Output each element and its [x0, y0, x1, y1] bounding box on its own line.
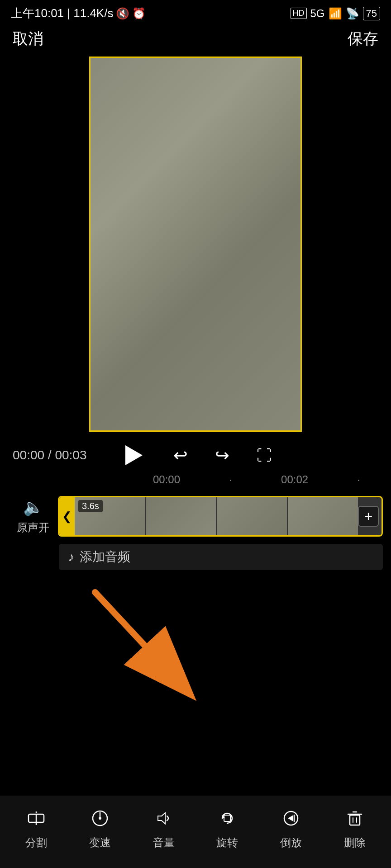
svg-marker-12 — [288, 815, 293, 821]
add-audio-row[interactable]: ♪ 添加音频 — [59, 544, 383, 570]
undo-button[interactable]: ↩ — [173, 445, 188, 465]
status-bar: 上午10:01 | 11.4K/s 🔇 ⏰ HD 5G 📶 📡 75 — [0, 0, 391, 25]
signal-icon: 📶 — [329, 7, 342, 20]
split-icon — [27, 809, 46, 831]
battery-indicator: 75 — [363, 7, 380, 20]
music-note-icon: ♪ — [68, 550, 74, 564]
clip-strip[interactable]: ❮ 3.6s + — [58, 496, 383, 537]
video-preview — [91, 58, 300, 430]
mute-icon: 🔇 — [116, 7, 129, 20]
tool-rotate[interactable]: 旋转 — [209, 809, 245, 850]
timeline-dot-1: · — [229, 473, 232, 486]
play-button[interactable] — [119, 442, 146, 469]
clip-strip-wrapper: ❮ 3.6s + — [58, 496, 383, 537]
clip-add-button[interactable]: + — [358, 506, 379, 527]
save-button[interactable]: 保存 — [348, 28, 378, 49]
svg-point-7 — [99, 817, 101, 820]
svg-marker-8 — [158, 813, 165, 824]
tool-split[interactable]: 分割 — [18, 809, 54, 850]
video-preview-container — [89, 57, 302, 432]
clip-area: 🔈 原声开 ❮ 3.6s + — [0, 489, 391, 544]
rotate-icon — [218, 809, 237, 831]
delete-icon — [345, 809, 364, 831]
delete-label: 删除 — [344, 835, 366, 850]
clip-left-handle[interactable]: ❮ — [59, 496, 75, 537]
tool-delete[interactable]: 删除 — [337, 809, 373, 850]
clip-frame-2 — [146, 497, 216, 535]
player-controls: 00:00 / 00:03 ↩ ↪ ⛶ — [0, 432, 391, 473]
clip-frames — [75, 497, 358, 535]
original-sound-label: 原声开 — [17, 520, 49, 535]
play-icon — [125, 445, 143, 465]
rotate-label: 旋转 — [216, 835, 238, 850]
alarm-icon: ⏰ — [132, 7, 146, 20]
fullscreen-button[interactable]: ⛶ — [257, 447, 272, 464]
tool-speed[interactable]: 变速 — [82, 809, 118, 850]
timeline-track: 00:00 · 00:02 · — [0, 473, 391, 486]
status-left: 上午10:01 | 11.4K/s 🔇 ⏰ — [11, 5, 146, 21]
wifi-icon: 📡 — [346, 7, 359, 20]
svg-rect-14 — [350, 815, 360, 825]
redo-button[interactable]: ↪ — [215, 445, 229, 465]
bottom-toolbar: 分割 变速 音量 旋转 — [0, 796, 391, 868]
clip-duration-badge: 3.6s — [78, 500, 103, 512]
add-audio-label: 添加音频 — [80, 548, 130, 566]
timeline-mark-1: 00:00 — [153, 473, 180, 486]
reverse-label: 倒放 — [280, 835, 302, 850]
top-bar: 取消 保存 — [0, 25, 391, 57]
clip-frame-3 — [217, 497, 287, 535]
split-label: 分割 — [25, 835, 47, 850]
status-time-network: 上午10:01 | 11.4K/s — [11, 5, 113, 21]
speaker-icon: 🔈 — [23, 498, 43, 517]
speed-label: 变速 — [89, 835, 111, 850]
timeline-mark-2: 00:02 — [281, 473, 308, 486]
timeline-dot-2: · — [357, 473, 360, 486]
cancel-button[interactable]: 取消 — [13, 28, 43, 49]
status-right: HD 5G 📶 📡 75 — [291, 7, 381, 20]
network-5g: 5G — [310, 7, 325, 20]
clip-frame-4 — [288, 497, 358, 535]
speed-icon — [91, 809, 110, 831]
volume-icon — [154, 809, 173, 831]
tool-reverse[interactable]: 倒放 — [273, 809, 309, 850]
time-display: 00:00 / 00:03 — [13, 448, 87, 462]
hd-badge: HD — [291, 8, 307, 19]
volume-label: 音量 — [153, 835, 175, 850]
reverse-icon — [281, 809, 300, 831]
tool-volume[interactable]: 音量 — [146, 809, 182, 850]
original-sound-panel: 🔈 原声开 — [8, 498, 58, 535]
